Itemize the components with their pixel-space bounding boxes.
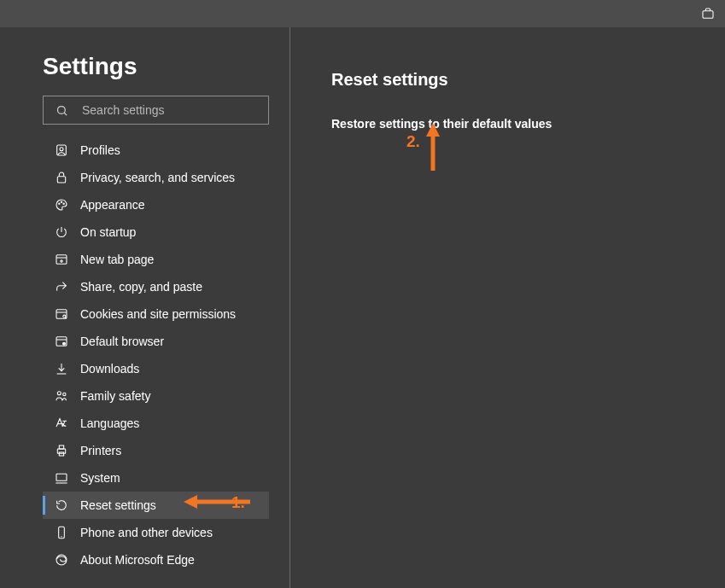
sidebar-item-label: On startup: [80, 225, 136, 239]
sidebar-item-label: Reset settings: [80, 498, 156, 512]
power-icon: [55, 225, 68, 239]
svg-rect-5: [57, 177, 65, 183]
sidebar-item-label: Profiles: [80, 143, 120, 157]
sidebar-item-label: Privacy, search, and services: [80, 171, 235, 184]
sidebar-item-label: Cookies and site permissions: [80, 307, 236, 321]
briefcase-icon: [701, 7, 715, 20]
sidebar-item-label: Printers: [80, 444, 121, 457]
sidebar-item-label: Share, copy, and paste: [80, 280, 202, 294]
sidebar-item-profiles[interactable]: Profiles: [43, 137, 269, 164]
sidebar-item-downloads[interactable]: Downloads: [43, 355, 269, 382]
sidebar-item-privacy[interactable]: Privacy, search, and services: [43, 164, 269, 191]
sidebar-title: Settings: [43, 53, 269, 80]
settings-content: Reset settings Restore settings to their…: [290, 27, 725, 588]
svg-point-6: [59, 203, 60, 204]
search-input[interactable]: [82, 103, 256, 117]
sidebar-item-label: About Microsoft Edge: [80, 553, 195, 567]
svg-rect-26: [56, 474, 67, 480]
svg-point-1: [58, 106, 66, 114]
profile-icon: [55, 143, 68, 157]
sidebar-item-label: Downloads: [80, 362, 139, 376]
sidebar-item-languages[interactable]: Languages: [43, 410, 269, 437]
svg-rect-25: [59, 452, 63, 456]
page-title: Reset settings: [331, 70, 725, 90]
restore-settings-link[interactable]: Restore settings to their default values: [331, 117, 725, 131]
svg-point-8: [63, 203, 64, 204]
sidebar-item-label: Family safety: [80, 389, 150, 403]
family-icon: [55, 389, 68, 403]
sidebar-item-defaultbrowser[interactable]: Default browser: [43, 328, 269, 355]
sidebar-item-appearance[interactable]: Appearance: [43, 191, 269, 218]
sidebar-item-cookies[interactable]: Cookies and site permissions: [43, 300, 269, 328]
phone-icon: [55, 526, 68, 539]
printer-icon: [55, 444, 68, 457]
sidebar-item-label: New tab page: [80, 253, 154, 266]
sidebar-item-phone[interactable]: Phone and other devices: [43, 519, 269, 546]
download-icon: [55, 362, 68, 376]
sidebar-item-about[interactable]: About Microsoft Edge: [43, 546, 269, 573]
sidebar-item-reset[interactable]: Reset settings: [43, 492, 269, 519]
svg-rect-0: [703, 11, 713, 19]
sidebar-item-label: Phone and other devices: [80, 526, 213, 539]
cookies-icon: [55, 307, 68, 321]
svg-point-4: [60, 148, 63, 151]
sidebar-item-label: Appearance: [80, 198, 145, 212]
sidebar-item-label: System: [80, 471, 120, 485]
system-icon: [55, 471, 68, 485]
edge-icon: [55, 553, 68, 567]
svg-point-20: [57, 392, 61, 395]
lock-icon: [55, 171, 68, 184]
svg-point-7: [61, 201, 61, 202]
sidebar-item-family[interactable]: Family safety: [43, 382, 269, 410]
sidebar-item-share[interactable]: Share, copy, and paste: [43, 273, 269, 300]
sidebar-item-system[interactable]: System: [43, 464, 269, 492]
reset-icon: [55, 498, 68, 512]
search-icon: [56, 104, 68, 117]
titlebar: [0, 0, 725, 27]
settings-nav: Profiles Privacy, search, and services A…: [43, 137, 269, 573]
svg-point-18: [62, 342, 66, 346]
share-icon: [55, 280, 68, 294]
svg-point-21: [63, 393, 66, 395]
settings-sidebar: Settings Profiles Privacy, search, and: [0, 27, 290, 588]
sidebar-item-label: Default browser: [80, 335, 164, 348]
browser-icon: [55, 335, 68, 348]
svg-line-2: [64, 113, 67, 115]
sidebar-item-printers[interactable]: Printers: [43, 437, 269, 464]
appearance-icon: [55, 198, 68, 212]
sidebar-item-newtab[interactable]: New tab page: [43, 246, 269, 273]
svg-rect-24: [59, 445, 63, 449]
search-settings-box[interactable]: [43, 96, 269, 125]
language-icon: [55, 416, 68, 430]
newtab-icon: [55, 253, 68, 266]
sidebar-item-label: Languages: [80, 416, 139, 430]
sidebar-item-onstartup[interactable]: On startup: [43, 218, 269, 246]
